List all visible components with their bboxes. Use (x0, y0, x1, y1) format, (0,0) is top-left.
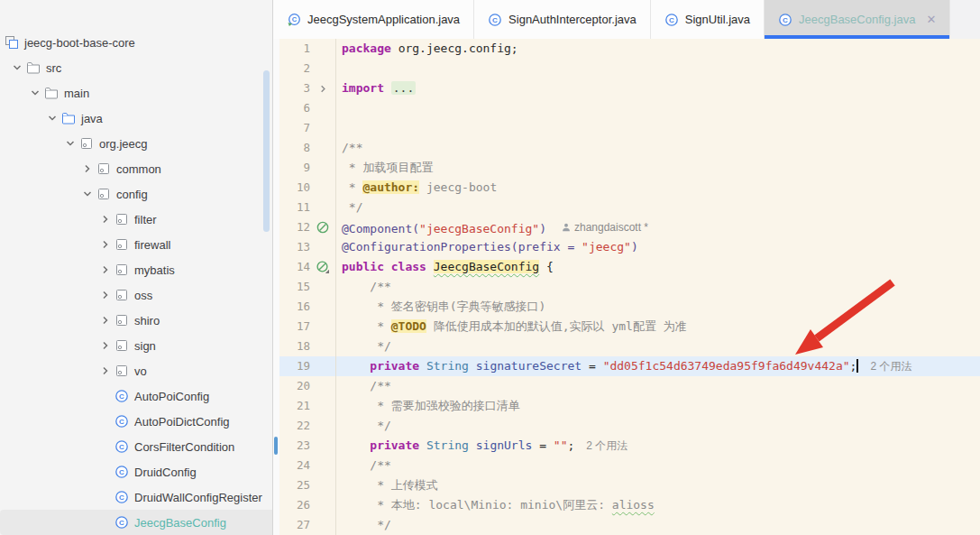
line-number: 20 (279, 376, 310, 396)
code-token: */ (342, 518, 391, 531)
tree-item-java[interactable]: java (0, 106, 272, 131)
line-number: 8 (279, 138, 310, 158)
chevron-down-icon[interactable] (12, 62, 23, 73)
class-icon: C (778, 13, 792, 27)
code-token: jeecg-boot (419, 180, 497, 194)
code-line-27[interactable]: 27 */ (273, 515, 980, 535)
code-line-21[interactable]: 21 * 需要加强校验的接口清单 (273, 396, 980, 416)
tree-item-druidconfig[interactable]: CDruidConfig (0, 459, 272, 484)
vcs-change-marker[interactable] (274, 437, 278, 455)
code-token: * 上传模式 (342, 478, 438, 492)
code-line-23[interactable]: 23 private String signUrls = "";2 个用法 (273, 436, 980, 456)
line-number: 21 (279, 396, 310, 416)
code-line-14[interactable]: 14public class JeecgBaseConfig { (273, 257, 980, 277)
tree-item-common[interactable]: common (0, 156, 272, 181)
code-line-22[interactable]: 22 */ (273, 416, 980, 436)
line-number: 14 (279, 257, 310, 277)
tab-label: SignUtil.java (685, 13, 750, 26)
tree-item-autopoiconfig[interactable]: CAutoPoiConfig (0, 383, 272, 409)
code-line-13[interactable]: 13@ConfigurationProperties(prefix = "jee… (273, 237, 980, 257)
line-number: 1 (279, 39, 310, 59)
tree-item-autopoidictconfig[interactable]: CAutoPoiDictConfig (0, 409, 272, 434)
fold-toggle-icon[interactable] (318, 84, 328, 94)
code-line-18[interactable]: 18 */ (273, 337, 980, 356)
code-line-1[interactable]: 1package org.jeecg.config; (273, 39, 980, 59)
chevron-down-icon[interactable] (47, 113, 58, 124)
class-icon: C (488, 13, 502, 27)
code-line-8[interactable]: 8/** (273, 138, 980, 158)
tree-item-label: DruidWallConfigRegister (134, 491, 262, 504)
code-text: * 上传模式 (335, 475, 980, 495)
code-line-6[interactable]: 6 (273, 98, 980, 118)
chevron-right-icon[interactable] (82, 163, 93, 174)
tree-item-corsfiltercondition[interactable]: CCorsFilterCondition (0, 434, 272, 459)
code-line-3[interactable]: 3import ... (273, 78, 980, 98)
chevron-right-icon[interactable] (100, 214, 111, 225)
code-text: */ (335, 198, 980, 217)
code-line-25[interactable]: 25 * 上传模式 (273, 475, 980, 495)
code-text (335, 59, 980, 78)
code-token: "dd05f1c54d63749eda95f9fa6d49v442a" (603, 359, 850, 373)
folder-icon (26, 60, 41, 75)
tab-jeecgsystemapplication-java[interactable]: CJeecgSystemApplication.java (273, 0, 474, 39)
tree-item-oss[interactable]: oss (0, 282, 272, 308)
tree-scrollbar[interactable] (263, 70, 270, 232)
chevron-right-icon[interactable] (100, 290, 111, 300)
line-number: 15 (279, 277, 310, 297)
tab-jeecgbaseconfig-java[interactable]: CJeecgBaseConfig.java✕ (765, 0, 950, 39)
tree-item-firewall[interactable]: firewall (0, 232, 272, 257)
code-line-17[interactable]: 17 * @TODO 降低使用成本加的默认值,实际以 yml配置 为准 (273, 317, 980, 337)
ide-window: jeecg-boot-base-coresrcmainjavaorg.jeecg… (0, 0, 980, 535)
chevron-right-icon[interactable] (100, 264, 111, 275)
tree-item-sign[interactable]: sign (0, 333, 272, 358)
line-number: 23 (279, 436, 310, 456)
code-line-24[interactable]: 24 /** (273, 456, 980, 475)
code-line-19[interactable]: 19 private String signatureSecret = "dd0… (273, 356, 980, 376)
chevron-right-icon[interactable] (100, 239, 111, 250)
tree-item-vo[interactable]: vo (0, 358, 272, 383)
tree-item-mybatis[interactable]: mybatis (0, 257, 272, 282)
tree-item-filter[interactable]: filter (0, 207, 272, 232)
code-text (335, 118, 980, 138)
gutter-strip (273, 217, 279, 237)
code-line-20[interactable]: 20 /** (273, 376, 980, 396)
chevron-down-icon[interactable] (82, 189, 93, 199)
code-editor[interactable]: 1package org.jeecg.config;23import ...67… (273, 39, 980, 535)
tab-signauthinterceptor-java[interactable]: CSignAuthInterceptor.java (474, 0, 651, 39)
line-number: 26 (279, 495, 310, 515)
code-line-7[interactable]: 7 (273, 118, 980, 138)
tree-item-shiro[interactable]: shiro (0, 308, 272, 333)
spring-bean-nav-icon[interactable] (316, 260, 330, 274)
tree-item-jeecgbaseconfig[interactable]: CJeecgBaseConfig (0, 510, 272, 535)
code-token: = (582, 359, 602, 373)
chevron-right-icon[interactable] (100, 365, 111, 376)
code-token (342, 438, 370, 452)
code-line-16[interactable]: 16 * 签名密钥串(字典等敏感接口) (273, 297, 980, 317)
tree-item-config[interactable]: config (0, 181, 272, 207)
code-line-15[interactable]: 15 /** (273, 277, 980, 297)
code-text: */ (335, 416, 980, 436)
code-line-11[interactable]: 11 */ (273, 198, 980, 217)
code-line-10[interactable]: 10 * @author: jeecg-boot (273, 178, 980, 198)
code-token: org.jeecg.config; (398, 42, 518, 55)
chevron-down-icon[interactable] (65, 138, 76, 149)
package-icon (114, 364, 129, 378)
tree-item-src[interactable]: src (0, 55, 272, 80)
tree-item-jeecg-boot-base-core[interactable]: jeecg-boot-base-core (0, 30, 272, 55)
tree-item-druidwallconfigregister[interactable]: CDruidWallConfigRegister (0, 484, 272, 510)
gutter-strip (273, 138, 279, 158)
spring-bean-icon[interactable] (316, 220, 330, 235)
tab-close-icon[interactable]: ✕ (926, 14, 936, 25)
chevron-right-icon[interactable] (100, 340, 111, 351)
tree-item-org-jeecg[interactable]: org.jeecg (0, 131, 272, 156)
code-token: ) (631, 240, 638, 254)
chevron-right-icon[interactable] (100, 315, 111, 326)
tab-signutil-java[interactable]: CSignUtil.java (651, 0, 765, 39)
code-line-26[interactable]: 26 * 本地: local\Minio: minio\阿里云: alioss (273, 495, 980, 515)
chevron-down-icon[interactable] (30, 88, 41, 98)
code-line-2[interactable]: 2 (273, 59, 980, 78)
tree-item-main[interactable]: main (0, 80, 272, 106)
code-line-9[interactable]: 9 * 加载项目配置 (273, 158, 980, 178)
code-text: /** (335, 376, 980, 396)
code-line-12[interactable]: 12@Component("jeecgBaseConfig")zhangdais… (273, 217, 980, 237)
